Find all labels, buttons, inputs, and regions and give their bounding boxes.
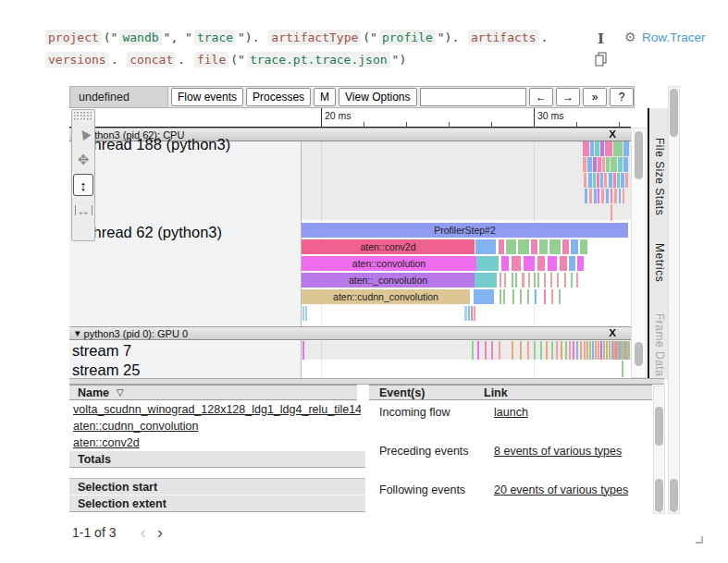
trace-block[interactable] bbox=[539, 239, 548, 254]
text-cursor-icon[interactable]: I bbox=[598, 31, 604, 47]
trace-block[interactable] bbox=[590, 141, 594, 156]
trace-block[interactable] bbox=[600, 173, 603, 188]
trace-block[interactable] bbox=[512, 289, 514, 304]
trace-block[interactable] bbox=[606, 341, 608, 360]
sort-icon[interactable]: ▽ bbox=[117, 387, 124, 398]
m-button[interactable]: M bbox=[314, 88, 336, 106]
trace-block[interactable] bbox=[625, 173, 628, 188]
trace-block[interactable] bbox=[611, 204, 612, 221]
processes-button[interactable]: Processes bbox=[246, 88, 311, 106]
trace-block[interactable] bbox=[559, 289, 561, 304]
bottom-panel-scrollbar-thumb[interactable] bbox=[655, 407, 663, 446]
trace-block[interactable] bbox=[534, 273, 536, 288]
table-row[interactable]: volta_scudnn_winograd_128x128_ldg1_ldg4_… bbox=[69, 401, 361, 417]
trace-block[interactable] bbox=[550, 273, 552, 288]
trace-block[interactable] bbox=[504, 273, 506, 288]
trace-block[interactable] bbox=[491, 341, 493, 360]
trace-block[interactable] bbox=[623, 189, 624, 203]
trace-block[interactable] bbox=[589, 341, 591, 360]
op-name-link[interactable]: aten::cudnn_convolution bbox=[73, 420, 199, 433]
trace-block[interactable] bbox=[560, 256, 567, 271]
trace-block[interactable] bbox=[512, 273, 513, 288]
trace-block[interactable] bbox=[549, 239, 561, 254]
palette-drag-handle[interactable] bbox=[73, 111, 93, 121]
trace-block[interactable] bbox=[584, 173, 586, 188]
trace-block[interactable] bbox=[474, 289, 494, 304]
collapse-arrow-icon[interactable]: ▾ bbox=[75, 327, 80, 339]
trace-block[interactable] bbox=[623, 141, 629, 156]
help-button[interactable]: ? bbox=[610, 88, 634, 106]
trace-block[interactable] bbox=[594, 189, 597, 203]
trace-block[interactable] bbox=[537, 273, 539, 288]
trace-block[interactable] bbox=[584, 341, 586, 360]
trace-block[interactable] bbox=[524, 256, 535, 271]
trace-block[interactable] bbox=[609, 173, 612, 188]
trace-block[interactable] bbox=[586, 341, 588, 360]
flow-events-button[interactable]: Flow events bbox=[171, 88, 243, 106]
trace-block[interactable] bbox=[576, 273, 578, 288]
trace-block[interactable] bbox=[573, 341, 574, 360]
timeline-scrollbar-thumb[interactable] bbox=[635, 131, 643, 179]
trace-block[interactable] bbox=[537, 256, 545, 271]
trace-block[interactable] bbox=[619, 189, 621, 203]
trace-block[interactable] bbox=[499, 341, 500, 360]
trace-block[interactable] bbox=[305, 306, 307, 321]
trace-block[interactable] bbox=[540, 341, 542, 360]
trace-block[interactable] bbox=[602, 157, 605, 172]
trace-block[interactable] bbox=[561, 341, 562, 360]
more-button[interactable]: » bbox=[583, 88, 607, 106]
trace-block[interactable] bbox=[534, 341, 536, 360]
trace-slice-aten-convolution[interactable]: aten::convolution bbox=[302, 256, 476, 271]
trace-block[interactable] bbox=[477, 341, 479, 360]
trace-block[interactable] bbox=[588, 173, 592, 188]
trace-block[interactable] bbox=[499, 239, 504, 254]
trace-block[interactable] bbox=[472, 341, 474, 360]
view-options-button[interactable]: View Options bbox=[339, 88, 416, 106]
trace-block[interactable] bbox=[531, 239, 537, 254]
trace-block[interactable] bbox=[564, 273, 566, 288]
trace-block[interactable] bbox=[613, 141, 623, 156]
gpu-scrollbar-thumb[interactable] bbox=[635, 342, 643, 366]
trace-block[interactable] bbox=[548, 256, 557, 271]
prev-arrow-button[interactable]: ← bbox=[529, 88, 553, 106]
trace-slice-aten-convolution[interactable]: aten::_convolution bbox=[302, 273, 475, 288]
trace-block[interactable] bbox=[583, 157, 586, 172]
preceding-events-link[interactable]: 8 events of various types bbox=[494, 445, 622, 458]
trace-block[interactable] bbox=[565, 341, 567, 360]
trace-slice-profilerstep-2[interactable]: ProfilerStep#2 bbox=[302, 223, 628, 238]
page-prev-icon[interactable]: ‹ bbox=[140, 526, 145, 539]
trace-block[interactable] bbox=[468, 306, 470, 321]
trace-block[interactable] bbox=[520, 341, 522, 360]
name-column-header[interactable]: Name ▽ bbox=[69, 385, 357, 400]
bottom-panel-scrollbar-thumb2[interactable] bbox=[655, 479, 663, 512]
tab-metrics[interactable]: Metrics bbox=[653, 243, 666, 282]
trace-block[interactable] bbox=[485, 341, 487, 360]
trace-block[interactable] bbox=[506, 239, 516, 254]
trace-block[interactable] bbox=[557, 273, 559, 288]
gpu-timeline[interactable] bbox=[302, 341, 631, 378]
trace-block[interactable] bbox=[621, 173, 624, 188]
op-name-link[interactable]: aten::conv2d bbox=[73, 436, 140, 449]
search-input[interactable] bbox=[420, 88, 526, 106]
trace-block[interactable] bbox=[476, 256, 499, 271]
outer-scrollbar-thumb-bottom[interactable] bbox=[670, 479, 678, 512]
trace-block[interactable] bbox=[515, 273, 517, 288]
close-gpu-track-icon[interactable]: X bbox=[609, 327, 616, 338]
timing-tool-icon[interactable]: ↔ bbox=[73, 199, 93, 221]
trace-block[interactable] bbox=[569, 256, 575, 271]
select-tool-icon[interactable]: ▶ bbox=[68, 120, 98, 150]
trace-block[interactable] bbox=[613, 173, 616, 188]
close-cpu-track-icon[interactable]: X bbox=[609, 129, 616, 140]
trace-block[interactable] bbox=[475, 239, 496, 254]
trace-block[interactable] bbox=[601, 189, 604, 203]
trace-block[interactable] bbox=[571, 273, 573, 288]
trace-block[interactable] bbox=[589, 189, 592, 203]
trace-block[interactable] bbox=[580, 341, 582, 360]
timeline-ruler[interactable]: 20 ms30 ms bbox=[69, 108, 631, 128]
table-row[interactable]: aten::cudnn_convolution bbox=[69, 418, 361, 434]
following-events-link[interactable]: 20 events of various types bbox=[494, 483, 628, 496]
trace-block[interactable] bbox=[302, 341, 304, 360]
trace-block[interactable] bbox=[501, 256, 509, 271]
trace-block[interactable] bbox=[577, 256, 584, 271]
trace-block[interactable] bbox=[580, 239, 587, 254]
